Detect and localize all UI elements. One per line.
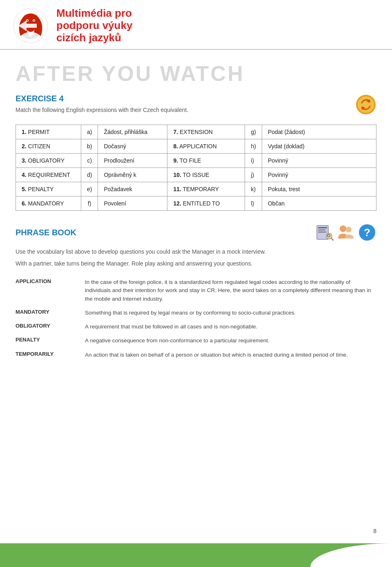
letter2-cell: i): [245, 154, 262, 168]
czech-cell: Dočasný: [98, 139, 167, 154]
footer-curve: [310, 543, 392, 567]
exercise-title: EXERCISE 4: [16, 94, 188, 103]
logo-line1: Multimédia pro: [56, 7, 132, 20]
phrase-book-icons: ?: [315, 223, 376, 242]
svg-rect-12: [318, 230, 325, 230]
table-row: 3. OBLIGATORY c) Prodloužení 9. TO FILE …: [16, 154, 376, 168]
people-icon: [336, 223, 355, 242]
svg-point-7: [358, 96, 374, 113]
page-number: 8: [373, 528, 376, 534]
term-cell: 4. REQUIREMENT: [16, 168, 81, 182]
def-term: MANDATORY: [16, 306, 81, 320]
term2-cell: 8. APPLICATION: [167, 139, 245, 154]
term2-cell: 11. TEMPORARY: [167, 182, 245, 196]
phrase-book-header: PHRASE BOOK ?: [16, 223, 376, 242]
czech-cell: Prodloužení: [98, 154, 167, 168]
definition-row: TEMPORARILY An action that is taken on b…: [16, 348, 376, 362]
def-text: Something that is required by legal mean…: [81, 306, 376, 320]
svg-line-15: [331, 238, 333, 240]
term2-cell: 7. EXTENSION: [167, 125, 245, 139]
czech2-cell: Podat (žádost): [262, 125, 376, 139]
term-cell: 6. MANDATORY: [16, 196, 81, 211]
logo-icon: [12, 7, 49, 44]
letter2-cell: h): [245, 139, 262, 154]
czech-cell: Oprávněný k: [98, 168, 167, 182]
page-title-section: AFTER YOU WATCH: [0, 50, 392, 90]
svg-point-17: [340, 225, 346, 232]
def-text: A requirement that must be followed in a…: [81, 320, 376, 334]
def-term: OBLIGATORY: [16, 320, 81, 334]
letter2-cell: g): [245, 125, 262, 139]
letter2-cell: j): [245, 168, 262, 182]
exercise-header: EXERCISE 4 Match the following English e…: [16, 94, 376, 121]
czech-cell: Povolení: [98, 196, 167, 211]
def-text: In the case of the foreign police, it is…: [81, 275, 376, 306]
table-row: 4. REQUIREMENT d) Oprávněný k 10. TO ISS…: [16, 168, 376, 182]
phrase-instruction-1: Use the vocabulary list above to develop…: [16, 248, 376, 256]
definition-row: OBLIGATORY A requirement that must be fo…: [16, 320, 376, 334]
main-content: EXERCISE 4 Match the following English e…: [0, 90, 392, 378]
table-row: 2. CITIZEN b) Dočasný 8. APPLICATION h) …: [16, 139, 376, 154]
phrase-book-title: PHRASE BOOK: [16, 228, 76, 237]
table-row: 1. PERMIT a) Žádost, přihláška 7. EXTENS…: [16, 125, 376, 139]
svg-rect-11: [318, 227, 327, 228]
page-title: AFTER YOU WATCH: [16, 61, 376, 86]
letter-cell: c): [81, 154, 98, 168]
exercise-instruction: Match the following English expressions …: [16, 107, 188, 113]
def-term: APPLICATION: [16, 275, 81, 306]
letter-cell: d): [81, 168, 98, 182]
table-row: 6. MANDATORY f) Povolení 12. ENTITLED TO…: [16, 196, 376, 211]
czech2-cell: Pokuta, trest: [262, 182, 376, 196]
def-text: A negative consequence from non-conforma…: [81, 334, 376, 348]
question-icon: ?: [358, 223, 376, 242]
term-cell: 2. CITIZEN: [16, 139, 81, 154]
table-row: 5. PENALTY e) Požadavek 11. TEMPORARY k)…: [16, 182, 376, 196]
term-cell: 5. PENALTY: [16, 182, 81, 196]
letter-cell: a): [81, 125, 98, 139]
svg-point-5: [33, 20, 35, 21]
czech2-cell: Občan: [262, 196, 376, 211]
logo-line2: podporu výuky: [56, 20, 132, 32]
svg-rect-13: [318, 232, 326, 232]
footer-bar: [0, 543, 392, 567]
term2-cell: 9. TO FILE: [167, 154, 245, 168]
czech-cell: Požadavek: [98, 182, 167, 196]
svg-text:?: ?: [364, 226, 370, 239]
czech2-cell: Vydat (doklad): [262, 139, 376, 154]
exercise-left: EXERCISE 4 Match the following English e…: [16, 94, 188, 121]
logo-line3: cizích jazyků: [56, 32, 132, 44]
refresh-icon[interactable]: [355, 94, 376, 115]
phrase-instruction-2: With a partner, take turns being the Man…: [16, 259, 376, 268]
term2-cell: 12. ENTITLED TO: [167, 196, 245, 211]
letter-cell: e): [81, 182, 98, 196]
match-table: 1. PERMIT a) Žádost, přihláška 7. EXTENS…: [16, 125, 376, 211]
letter-cell: b): [81, 139, 98, 154]
letter-cell: f): [81, 196, 98, 211]
definitions-table: APPLICATION In the case of the foreign p…: [16, 275, 376, 362]
svg-point-3: [27, 20, 28, 21]
czech2-cell: Povinný: [262, 168, 376, 182]
def-term: PENALTY: [16, 334, 81, 348]
czech2-cell: Povinný: [262, 154, 376, 168]
letter2-cell: k): [245, 182, 262, 196]
def-text: An action that is taken on behalf of a p…: [81, 348, 376, 362]
svg-point-18: [346, 227, 352, 232]
definition-row: APPLICATION In the case of the foreign p…: [16, 275, 376, 306]
letter2-cell: l): [245, 196, 262, 211]
term-cell: 1. PERMIT: [16, 125, 81, 139]
header: Multimédia pro podporu výuky cizích jazy…: [0, 0, 392, 50]
book-search-icon: [315, 223, 334, 242]
definition-row: MANDATORY Something that is required by …: [16, 306, 376, 320]
def-term: TEMPORARILY: [16, 348, 81, 362]
term-cell: 3. OBLIGATORY: [16, 154, 81, 168]
logo-text: Multimédia pro podporu výuky cizích jazy…: [56, 7, 132, 44]
definition-row: PENALTY A negative consequence from non-…: [16, 334, 376, 348]
term2-cell: 10. TO ISSUE: [167, 168, 245, 182]
czech-cell: Žádost, přihláška: [98, 125, 167, 139]
